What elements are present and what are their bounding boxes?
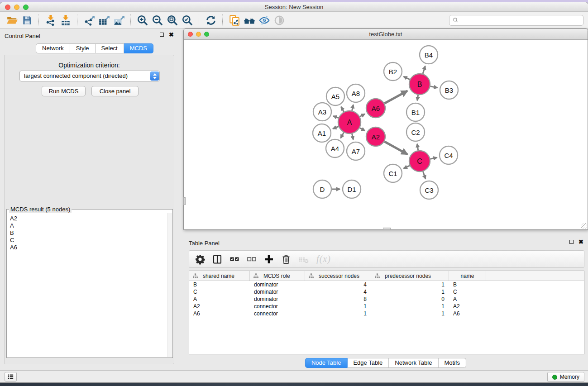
tab-edge-table[interactable]: Edge Table <box>347 358 389 368</box>
export-table-icon[interactable] <box>96 14 111 27</box>
network-close-button[interactable] <box>188 32 193 37</box>
search-box[interactable] <box>449 15 583 26</box>
tab-motifs[interactable]: Motifs <box>438 358 466 368</box>
cell-shared-name[interactable]: A6 <box>189 310 250 317</box>
network-view-window[interactable]: testGlobe.txt B4B2BB3A5A8A6B1A3AA1C2A2A4… <box>183 29 588 230</box>
cell-successor-nodes[interactable]: 1 <box>305 310 371 317</box>
cell-shared-name[interactable]: A2 <box>189 303 250 310</box>
network-node-A5[interactable]: A5 <box>326 87 344 105</box>
open-session-icon[interactable] <box>5 14 19 27</box>
network-node-A8[interactable]: A8 <box>347 84 365 102</box>
mcds-result-item[interactable]: A6 <box>10 244 167 251</box>
cell-successor-nodes[interactable]: 1 <box>305 303 371 310</box>
network-node-A4[interactable]: A4 <box>326 139 344 157</box>
table-row-B[interactable]: Bdominator41B <box>189 281 584 288</box>
save-session-icon[interactable] <box>19 14 34 27</box>
criterion-dropdown[interactable]: largest connected component (directed) <box>19 71 160 81</box>
left-grip-handle[interactable] <box>183 197 186 205</box>
network-node-A1[interactable]: A1 <box>313 124 331 142</box>
import-table-icon[interactable] <box>58 14 73 27</box>
resize-grip[interactable] <box>581 223 587 229</box>
cell-predecessor-nodes[interactable]: 1 <box>371 310 449 317</box>
cell-name[interactable]: B <box>449 281 486 288</box>
network-canvas[interactable]: B4B2BB3A5A8A6B1A3AA1C2A2A4A7C4CC1C3DD1 <box>184 40 588 229</box>
cell-MCDS-role[interactable]: dominator <box>250 281 305 288</box>
minimize-window-button[interactable] <box>14 5 19 10</box>
cell-MCDS-role[interactable]: dominator <box>250 289 305 295</box>
cell-predecessor-nodes[interactable]: 1 <box>371 289 449 295</box>
split-panel-icon[interactable] <box>210 253 224 266</box>
network-window-titlebar[interactable]: testGlobe.txt <box>184 29 588 40</box>
bottom-grip-handle[interactable] <box>383 228 391 230</box>
mcds-result-item[interactable]: A <box>10 222 167 229</box>
hide-selected-icon[interactable] <box>257 14 272 27</box>
cell-MCDS-role[interactable]: connector <box>250 303 305 310</box>
network-node-B4[interactable]: B4 <box>420 46 438 64</box>
network-node-C4[interactable]: C4 <box>440 146 458 164</box>
zoom-in-icon[interactable] <box>135 14 150 27</box>
network-node-D1[interactable]: D1 <box>343 180 361 198</box>
settings-icon[interactable] <box>193 253 206 266</box>
close-panel-icon[interactable]: ✖ <box>169 32 174 37</box>
cell-successor-nodes[interactable]: 8 <box>305 296 371 302</box>
network-node-A3[interactable]: A3 <box>313 103 331 121</box>
network-node-A7[interactable]: A7 <box>347 142 365 160</box>
network-node-C3[interactable]: C3 <box>420 181 438 199</box>
run-mcds-button[interactable]: Run MCDS <box>42 86 86 96</box>
tab-network-table[interactable]: Network Table <box>389 358 438 368</box>
network-node-C1[interactable]: C1 <box>384 164 402 182</box>
close-panel-button[interactable]: Close panel <box>91 86 139 96</box>
column-header-name[interactable]: name <box>449 271 486 281</box>
mcds-result-item[interactable]: C <box>10 237 167 244</box>
tab-select[interactable]: Select <box>96 43 124 53</box>
home-icon[interactable] <box>242 14 257 27</box>
export-network-icon[interactable] <box>81 14 96 27</box>
zoom-fit-icon[interactable] <box>165 14 180 27</box>
delete-column-icon[interactable] <box>279 253 292 266</box>
show-all-icon[interactable] <box>272 14 287 27</box>
close-table-panel-icon[interactable]: ✖ <box>578 239 583 244</box>
column-header-MCDS-role[interactable]: MCDS role <box>250 271 305 281</box>
network-node-A6[interactable]: A6 <box>366 99 385 118</box>
tab-mcds[interactable]: MCDS <box>124 43 153 53</box>
network-node-C2[interactable]: C2 <box>406 123 425 141</box>
network-minimize-button[interactable] <box>196 32 201 37</box>
cell-successor-nodes[interactable]: 4 <box>305 281 371 288</box>
memory-button[interactable]: Memory <box>547 372 584 382</box>
network-node-B3[interactable]: B3 <box>440 81 458 99</box>
mcds-result-item[interactable]: B <box>10 229 167 237</box>
select-all-icon[interactable] <box>228 253 241 266</box>
table-row-A2[interactable]: A2connector11A2 <box>189 303 584 310</box>
delete-table-icon[interactable] <box>296 253 310 266</box>
cell-name[interactable]: A6 <box>449 310 486 317</box>
table-row-A[interactable]: Adominator80A <box>189 295 584 303</box>
search-input[interactable] <box>461 17 580 24</box>
cell-shared-name[interactable]: A <box>189 296 250 302</box>
apply-layout-icon[interactable] <box>203 14 218 27</box>
add-column-icon[interactable] <box>262 253 275 266</box>
zoom-selected-icon[interactable] <box>180 14 195 27</box>
cell-name[interactable]: A <box>449 296 486 302</box>
tab-node-table[interactable]: Node Table <box>305 358 348 368</box>
float-table-panel-icon[interactable] <box>569 240 574 244</box>
network-node-B[interactable]: B <box>409 74 430 95</box>
network-zoom-button[interactable] <box>204 32 209 37</box>
deselect-all-icon[interactable] <box>245 253 258 266</box>
function-builder-icon[interactable]: f(x) <box>314 253 334 266</box>
cell-shared-name[interactable]: C <box>189 289 250 295</box>
cell-predecessor-nodes[interactable]: 1 <box>371 303 449 310</box>
column-header-shared-name[interactable]: shared name <box>189 271 250 281</box>
network-node-B2[interactable]: B2 <box>384 62 402 81</box>
network-node-B1[interactable]: B1 <box>406 103 425 121</box>
cell-name[interactable]: C <box>449 289 486 295</box>
network-node-C[interactable]: C <box>409 151 430 172</box>
close-window-button[interactable] <box>5 5 10 10</box>
network-node-A[interactable]: A <box>338 111 361 133</box>
table-row-A6[interactable]: A6connector11A6 <box>189 310 584 317</box>
task-history-button[interactable] <box>5 372 17 381</box>
network-node-A2[interactable]: A2 <box>366 127 385 146</box>
main-titlebar[interactable]: Session: New Session <box>0 2 588 12</box>
cell-shared-name[interactable]: B <box>189 281 250 288</box>
mcds-result-item[interactable]: A2 <box>10 215 167 222</box>
column-header-predecessor-nodes[interactable]: predecessor nodes <box>371 271 449 281</box>
